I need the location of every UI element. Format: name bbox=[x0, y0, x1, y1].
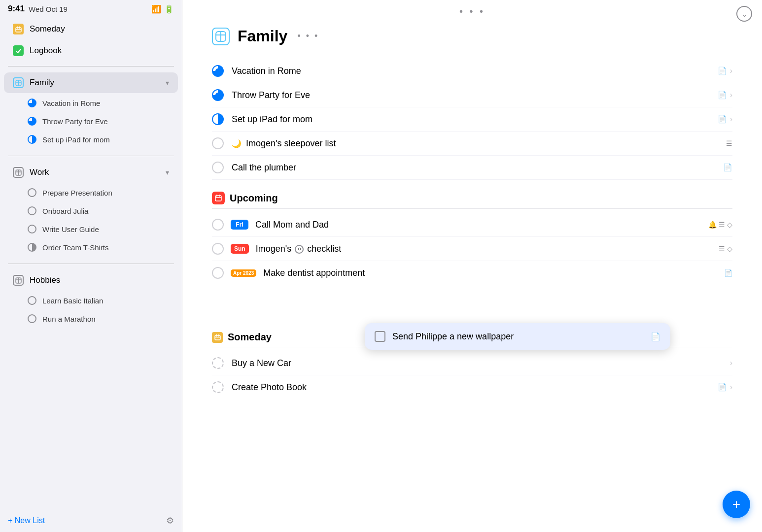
sidebar-group-family-header[interactable]: Family ▾ bbox=[4, 72, 178, 93]
settings-gear-button[interactable]: ⚙ bbox=[166, 515, 174, 526]
task-row[interactable]: Create Photo Book 📄 › bbox=[212, 375, 732, 399]
sidebar-divider-3 bbox=[8, 264, 174, 264]
new-list-button[interactable]: + New List bbox=[8, 516, 45, 525]
list-item[interactable]: Run a Marathon bbox=[4, 310, 178, 328]
list-item[interactable]: Set up iPad for mom bbox=[4, 131, 178, 148]
someday-label: Someday bbox=[30, 24, 65, 34]
checklist-ball-icon: ⊙ bbox=[295, 245, 304, 254]
list-item[interactable]: Prepare Presentation bbox=[4, 184, 178, 201]
task-row[interactable]: Set up iPad for mom 📄 › bbox=[212, 107, 732, 132]
sidebar-group-work-header[interactable]: Work ▾ bbox=[4, 162, 178, 183]
task-meta: 📄 › bbox=[718, 66, 732, 75]
task-meta: 🔔 ☰ ◇ bbox=[708, 221, 732, 229]
list-item[interactable]: Learn Basic Italian bbox=[4, 292, 178, 309]
task-checkbox-dashed bbox=[212, 381, 224, 393]
sidebar-bottom: + New List ⚙ bbox=[0, 511, 182, 532]
svg-rect-0 bbox=[16, 28, 21, 32]
task-name: Vacation in Rome bbox=[232, 66, 710, 76]
note-icon: 📄 bbox=[718, 66, 727, 75]
task-checkbox-empty bbox=[212, 162, 224, 173]
task-meta: ☰ ◇ bbox=[719, 245, 732, 253]
task-circle-icon bbox=[28, 99, 36, 107]
chevron-right-icon: › bbox=[730, 66, 732, 75]
task-checkbox-empty bbox=[212, 219, 224, 231]
upcoming-task-row[interactable]: Fri Call Mom and Dad 🔔 ☰ ◇ bbox=[212, 213, 732, 237]
someday-icon bbox=[13, 24, 24, 34]
family-group-items: Vacation in Rome Throw Party for Eve Set… bbox=[0, 94, 182, 151]
sidebar-task-label: Prepare Presentation bbox=[42, 189, 112, 197]
svg-rect-20 bbox=[215, 335, 220, 340]
drag-popup-note-icon: 📄 bbox=[651, 332, 660, 341]
logbook-icon bbox=[13, 45, 24, 56]
battery-icon: 🔋 bbox=[164, 4, 174, 14]
hobbies-group-label: Hobbies bbox=[30, 275, 60, 285]
task-row[interactable]: Call the plumber 📄 bbox=[212, 156, 732, 180]
sidebar-item-someday[interactable]: Someday bbox=[4, 19, 178, 39]
task-row[interactable]: Vacation in Rome 📄 › bbox=[212, 59, 732, 83]
list-item[interactable]: Onboard Julia bbox=[4, 202, 178, 220]
day-badge-apr: Apr 2023 bbox=[231, 269, 256, 277]
someday-section-icon bbox=[212, 332, 223, 343]
list-item[interactable]: Write User Guide bbox=[4, 220, 178, 238]
list-item[interactable]: Vacation in Rome bbox=[4, 94, 178, 112]
work-group-items: Prepare Presentation Onboard Julia Write… bbox=[0, 184, 182, 259]
list-item[interactable]: Throw Party for Eve bbox=[4, 112, 178, 130]
task-circle-icon-half bbox=[28, 135, 36, 144]
task-circle-icon-half bbox=[28, 243, 36, 252]
work-chevron-icon: ▾ bbox=[166, 168, 169, 176]
checklist-icon: ☰ bbox=[719, 245, 725, 253]
status-date: Wed Oct 19 bbox=[29, 5, 68, 13]
checklist-icon: ☰ bbox=[719, 221, 725, 229]
drag-popup-checkbox[interactable] bbox=[375, 331, 385, 342]
hobbies-area-icon bbox=[13, 275, 24, 286]
chevron-right-icon: › bbox=[730, 115, 732, 124]
add-task-fab[interactable]: + bbox=[723, 491, 750, 518]
task-meta: 📄 bbox=[723, 163, 732, 172]
work-area-icon bbox=[13, 167, 24, 178]
task-meta: ☰ bbox=[726, 139, 732, 147]
task-checkbox-half bbox=[212, 113, 224, 125]
list-item[interactable]: Order Team T-Shirts bbox=[4, 238, 178, 256]
task-row[interactable]: 🌙 Imogen's sleepover list ☰ bbox=[212, 132, 732, 156]
main-content-area: • • • ⌄ Family • • • bbox=[182, 0, 762, 532]
task-name: Call Mom and Dad bbox=[255, 220, 701, 230]
task-name: Throw Party for Eve bbox=[232, 90, 710, 100]
task-row[interactable]: Buy a New Car › bbox=[212, 351, 732, 375]
sidebar-group-hobbies-header[interactable]: Hobbies bbox=[4, 270, 178, 291]
sidebar-task-label: Vacation in Rome bbox=[42, 99, 100, 107]
chevron-down-icon: ⌄ bbox=[741, 9, 748, 19]
gear-icon: ⚙ bbox=[166, 516, 174, 526]
tag-icon: ◇ bbox=[727, 245, 732, 253]
task-circle-icon bbox=[28, 296, 36, 305]
drag-popup-spacer bbox=[212, 285, 732, 320]
task-checkbox-dashed bbox=[212, 357, 224, 369]
svg-rect-16 bbox=[215, 196, 221, 201]
area-dots-menu[interactable]: • • • bbox=[297, 31, 319, 41]
bell-icon: 🔔 bbox=[708, 221, 717, 229]
chevron-right-icon: › bbox=[730, 91, 732, 100]
calendar-icon bbox=[212, 192, 225, 204]
task-name: Buy a New Car bbox=[232, 358, 722, 368]
sidebar-task-label: Onboard Julia bbox=[42, 207, 88, 215]
task-circle-icon bbox=[28, 117, 36, 126]
main-circle-button[interactable]: ⌄ bbox=[736, 6, 752, 22]
upcoming-task-row[interactable]: Apr 2023 Make dentist appointment 📄 bbox=[212, 261, 732, 285]
task-meta: 📄 › bbox=[718, 91, 732, 100]
note-icon: 📄 bbox=[718, 91, 727, 100]
family-chevron-icon: ▾ bbox=[166, 79, 169, 87]
hobbies-group-items: Learn Basic Italian Run a Marathon bbox=[0, 292, 182, 330]
sidebar-task-label: Set up iPad for mom bbox=[42, 135, 110, 144]
task-name: Imogen's ⊙ checklist bbox=[256, 244, 712, 254]
task-name: Create Photo Book bbox=[232, 382, 710, 393]
sidebar-item-logbook[interactable]: Logbook bbox=[4, 40, 178, 61]
note-icon: 📄 bbox=[718, 115, 727, 124]
drag-popup[interactable]: Send Philippe a new wallpaper 📄 bbox=[365, 323, 670, 350]
task-row[interactable]: Throw Party for Eve 📄 › bbox=[212, 83, 732, 107]
area-main-title: Family bbox=[238, 27, 287, 45]
sidebar: 9:41 Wed Oct 19 📶 🔋 Someday bbox=[0, 0, 182, 532]
task-checkbox-inprogress bbox=[212, 89, 224, 101]
task-checkbox-inprogress bbox=[212, 65, 224, 77]
upcoming-task-row[interactable]: Sun Imogen's ⊙ checklist ☰ ◇ bbox=[212, 237, 732, 261]
wifi-icon: 📶 bbox=[151, 4, 161, 14]
main-dots-menu[interactable]: • • • bbox=[459, 6, 485, 17]
